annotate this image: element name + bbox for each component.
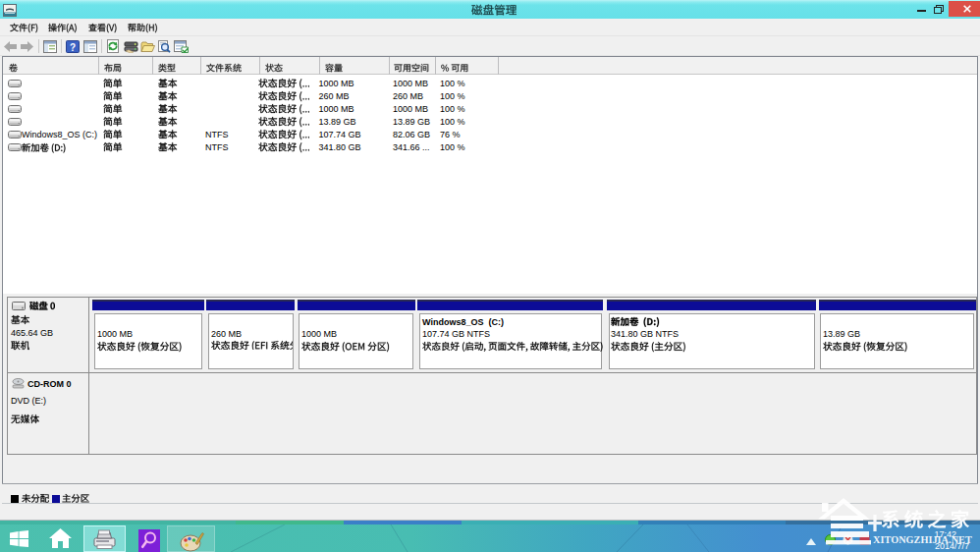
svg-text:?: ?: [70, 42, 76, 53]
